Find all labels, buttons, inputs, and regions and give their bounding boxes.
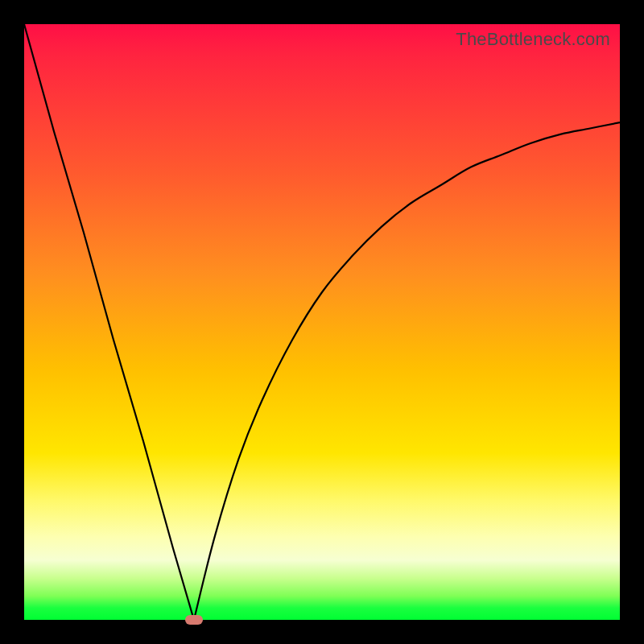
bottleneck-curve [24,24,620,620]
plot-area: TheBottleneck.com [24,24,620,620]
chart-frame: TheBottleneck.com [0,0,644,644]
minimum-marker [185,615,203,625]
curve-path [24,24,620,620]
